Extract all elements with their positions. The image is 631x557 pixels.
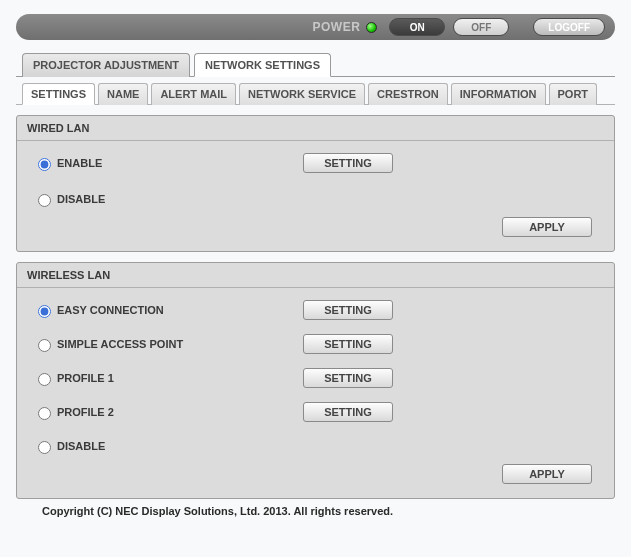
- tab-settings[interactable]: SETTINGS: [22, 83, 95, 105]
- wireless-easy-label: EASY CONNECTION: [57, 304, 164, 316]
- power-label: POWER: [312, 20, 360, 34]
- wired-enable-label: ENABLE: [57, 157, 102, 169]
- tabs-secondary: SETTINGS NAME ALERT MAIL NETWORK SERVICE…: [16, 82, 615, 105]
- wireless-profile2-radio[interactable]: [38, 407, 51, 420]
- wireless-disable-option[interactable]: DISABLE: [33, 438, 303, 454]
- panel-wireless-lan: WIRELESS LAN EASY CONNECTION SETTING SIM…: [16, 262, 615, 499]
- wireless-easy-option[interactable]: EASY CONNECTION: [33, 302, 303, 318]
- power-on-button[interactable]: ON: [389, 18, 445, 36]
- power-off-button[interactable]: OFF: [453, 18, 509, 36]
- wireless-sap-setting-button[interactable]: SETTING: [303, 334, 393, 354]
- wired-enable-option[interactable]: ENABLE: [33, 155, 303, 171]
- tab-crestron[interactable]: CRESTRON: [368, 83, 448, 105]
- tab-network-service[interactable]: NETWORK SERVICE: [239, 83, 365, 105]
- copyright-text: Copyright (C) NEC Display Solutions, Ltd…: [16, 499, 615, 517]
- wired-enable-setting-button[interactable]: SETTING: [303, 153, 393, 173]
- tab-information[interactable]: INFORMATION: [451, 83, 546, 105]
- wired-enable-radio[interactable]: [38, 158, 51, 171]
- wireless-sap-label: SIMPLE ACCESS POINT: [57, 338, 183, 350]
- logoff-button[interactable]: LOGOFF: [533, 18, 605, 36]
- wireless-profile2-option[interactable]: PROFILE 2: [33, 404, 303, 420]
- tab-alert-mail[interactable]: ALERT MAIL: [151, 83, 236, 105]
- wireless-profile1-radio[interactable]: [38, 373, 51, 386]
- wireless-profile2-setting-button[interactable]: SETTING: [303, 402, 393, 422]
- panel-title-wired: WIRED LAN: [17, 116, 614, 141]
- wired-disable-radio[interactable]: [38, 194, 51, 207]
- wired-apply-button[interactable]: APPLY: [502, 217, 592, 237]
- wireless-profile1-setting-button[interactable]: SETTING: [303, 368, 393, 388]
- panel-wired-lan: WIRED LAN ENABLE SETTING DISABLE APPLY: [16, 115, 615, 252]
- tabs-primary: PROJECTOR ADJUSTMENT NETWORK SETTINGS: [16, 52, 615, 77]
- wired-disable-label: DISABLE: [57, 193, 105, 205]
- wireless-apply-button[interactable]: APPLY: [502, 464, 592, 484]
- wireless-profile1-option[interactable]: PROFILE 1: [33, 370, 303, 386]
- wireless-easy-radio[interactable]: [38, 305, 51, 318]
- wireless-disable-label: DISABLE: [57, 440, 105, 452]
- wireless-disable-radio[interactable]: [38, 441, 51, 454]
- wireless-profile1-label: PROFILE 1: [57, 372, 114, 384]
- panel-title-wireless: WIRELESS LAN: [17, 263, 614, 288]
- tab-network-settings[interactable]: NETWORK SETTINGS: [194, 53, 331, 77]
- wireless-sap-option[interactable]: SIMPLE ACCESS POINT: [33, 336, 303, 352]
- wireless-easy-setting-button[interactable]: SETTING: [303, 300, 393, 320]
- top-bar: POWER ON OFF LOGOFF: [16, 14, 615, 40]
- tab-port[interactable]: PORT: [549, 83, 598, 105]
- tab-name[interactable]: NAME: [98, 83, 148, 105]
- wireless-sap-radio[interactable]: [38, 339, 51, 352]
- wired-disable-option[interactable]: DISABLE: [33, 191, 303, 207]
- tab-projector-adjustment[interactable]: PROJECTOR ADJUSTMENT: [22, 53, 190, 77]
- wireless-profile2-label: PROFILE 2: [57, 406, 114, 418]
- power-led-icon: [366, 22, 377, 33]
